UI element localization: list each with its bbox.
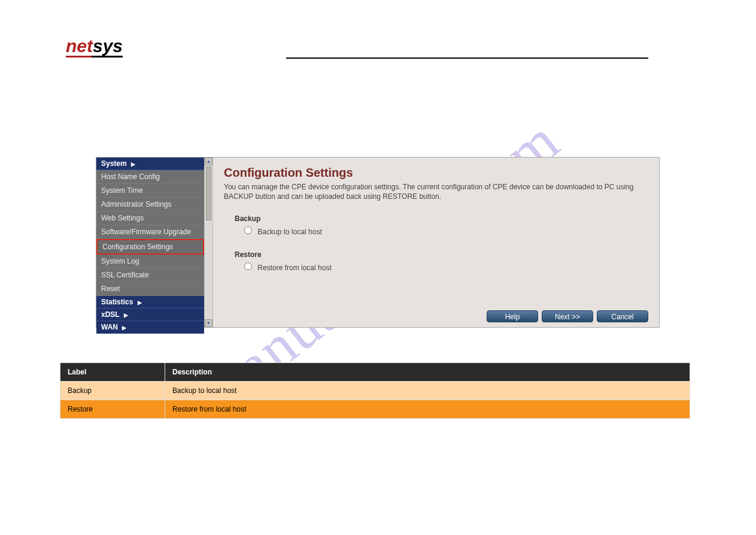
brand-logo-sys: sys (93, 36, 123, 56)
chevron-right-icon: ▶ (122, 325, 126, 331)
backup-radio[interactable] (244, 226, 252, 234)
cpe-admin-panel: System ▶ Host Name Config System Time Ad… (96, 157, 660, 328)
restore-option-row: Restore from local host (244, 262, 648, 272)
sidebar-category-label: Statistics (101, 298, 133, 306)
cpe-sidebar: System ▶ Host Name Config System Time Ad… (96, 158, 204, 327)
chevron-right-icon: ▶ (131, 161, 135, 167)
cpe-main-panel: Configuration Settings You can manage th… (213, 158, 659, 327)
table-header-label: Label (60, 363, 165, 382)
sidebar-category-wan[interactable]: WAN ▶ (96, 321, 204, 334)
sidebar-item-label: Software/Firmware Upgrade (101, 228, 191, 236)
backup-section-label: Backup (235, 214, 648, 223)
sidebar-item-label: Configuration Settings (102, 243, 173, 251)
sidebar-item-label: SSL Certificate (101, 271, 149, 279)
document-header-rule (286, 58, 648, 59)
sidebar-category-label: xDSL (101, 310, 119, 319)
action-button-bar: Help Next >> Cancel (487, 310, 648, 322)
scroll-thumb[interactable] (206, 167, 211, 220)
sidebar-scrollbar[interactable]: ▲ ▼ (204, 158, 213, 327)
sidebar-category-label: System (101, 159, 127, 168)
table-row: Backup Backup to local host (60, 382, 690, 400)
sidebar-item-label: Reset (101, 285, 120, 293)
sidebar-category-statistics[interactable]: Statistics ▶ (96, 296, 204, 309)
scroll-up-icon[interactable]: ▲ (205, 158, 212, 165)
sidebar-item-host-name[interactable]: Host Name Config (96, 170, 204, 184)
sidebar-item-label: Host Name Config (101, 173, 160, 181)
next-button[interactable]: Next >> (542, 310, 593, 322)
chevron-right-icon: ▶ (124, 312, 128, 318)
chevron-right-icon: ▶ (138, 300, 142, 306)
sidebar-category-label: WAN (101, 323, 118, 331)
sidebar-item-config-settings[interactable]: Configuration Settings (96, 239, 204, 255)
table-row: Restore Restore from local host (60, 400, 690, 419)
sidebar-item-firmware-upgrade[interactable]: Software/Firmware Upgrade (96, 225, 204, 239)
sidebar-category-system[interactable]: System ▶ (96, 158, 204, 170)
description-table: Label Description Backup Backup to local… (60, 362, 690, 419)
sidebar-item-system-time[interactable]: System Time (96, 184, 204, 198)
sidebar-item-label: System Time (101, 186, 142, 195)
table-cell-desc: Backup to local host (165, 382, 690, 400)
sidebar-item-web-settings[interactable]: Web Settings (96, 211, 204, 225)
sidebar-item-label: System Log (101, 257, 139, 265)
restore-section-label: Restore (235, 250, 648, 259)
brand-logo: netsys (66, 36, 123, 56)
sidebar-item-label: Administrator Settings (101, 200, 171, 208)
help-button[interactable]: Help (487, 310, 538, 322)
brand-logo-underline (66, 56, 123, 58)
table-cell-desc: Restore from local host (165, 400, 690, 419)
brand-logo-net: net (66, 36, 93, 56)
table-header-row: Label Description (60, 363, 690, 382)
sidebar-item-label: Web Settings (101, 214, 144, 222)
cancel-button[interactable]: Cancel (597, 310, 648, 322)
sidebar-item-admin-settings[interactable]: Administrator Settings (96, 198, 204, 211)
sidebar-item-system-log[interactable]: System Log (96, 255, 204, 268)
table-cell-label: Restore (60, 400, 165, 419)
table-header-desc: Description (165, 363, 690, 382)
restore-option-label: Restore from local host (257, 264, 331, 272)
restore-radio[interactable] (244, 262, 252, 270)
scroll-down-icon[interactable]: ▼ (205, 319, 212, 327)
table-cell-label: Backup (60, 382, 165, 400)
sidebar-category-xdsl[interactable]: xDSL ▶ (96, 309, 204, 321)
sidebar-item-reset[interactable]: Reset (96, 282, 204, 296)
sidebar-item-ssl-cert[interactable]: SSL Certificate (96, 268, 204, 282)
page-title: Configuration Settings (224, 166, 648, 180)
page-description: You can manage the CPE device configurat… (224, 182, 648, 201)
backup-option-label: Backup to local host (257, 228, 321, 236)
backup-option-row: Backup to local host (244, 226, 648, 236)
